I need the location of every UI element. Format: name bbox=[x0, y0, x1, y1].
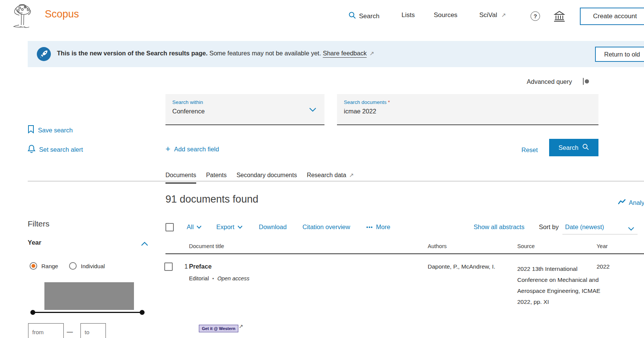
download-button[interactable]: Download bbox=[259, 223, 287, 231]
tab-research-data[interactable]: Research data ↗ bbox=[307, 172, 354, 184]
col-header-year: Year bbox=[597, 243, 608, 249]
individual-radio-label: Individual bbox=[81, 263, 105, 269]
nav-sources[interactable]: Sources bbox=[434, 11, 457, 19]
get-it-button[interactable]: Get it @ Western bbox=[199, 325, 238, 332]
required-asterisk: * bbox=[388, 99, 390, 105]
more-dropdown[interactable]: ••• More bbox=[366, 223, 390, 231]
export-dropdown[interactable]: Export bbox=[216, 223, 242, 231]
table-header-divider bbox=[165, 253, 644, 254]
nav-scival-label: SciVal bbox=[479, 11, 497, 19]
nav-lists-label: Lists bbox=[402, 11, 415, 19]
col-header-title: Document title bbox=[189, 243, 224, 249]
sort-dropdown[interactable]: Date (newest) bbox=[565, 223, 604, 231]
toggle-knob-icon bbox=[585, 79, 589, 83]
year-slider-track[interactable] bbox=[33, 312, 142, 313]
year-slider-handle-left[interactable] bbox=[30, 310, 35, 315]
advanced-query-label: Advanced query bbox=[527, 78, 572, 85]
authors-cell[interactable]: Daponte, P., McAndrew, I. bbox=[428, 263, 495, 270]
document-title-link[interactable]: Preface bbox=[189, 263, 212, 270]
search-within-label: Search within bbox=[172, 99, 318, 105]
advanced-query-toggle[interactable] bbox=[583, 78, 584, 85]
elsevier-tree-logo[interactable] bbox=[11, 3, 35, 30]
chevron-down-icon[interactable] bbox=[628, 225, 634, 232]
analyze-results-label: Analy bbox=[629, 199, 644, 206]
search-within-value: Conference bbox=[172, 108, 318, 115]
show-all-abstracts-link[interactable]: Show all abstracts bbox=[474, 223, 524, 231]
col-header-authors: Authors bbox=[428, 243, 447, 249]
search-documents-value: icmae 2022 bbox=[344, 108, 592, 115]
return-to-old-button[interactable]: Return to old bbox=[595, 47, 644, 62]
institution-button[interactable] bbox=[553, 10, 565, 24]
share-feedback-link[interactable]: Share feedback bbox=[323, 50, 367, 57]
rocket-icon bbox=[37, 47, 51, 63]
row-checkbox[interactable] bbox=[164, 263, 173, 271]
search-documents-label: Search documents bbox=[344, 99, 387, 105]
nav-search[interactable]: Search bbox=[348, 11, 379, 21]
create-account-button[interactable]: Create account bbox=[580, 8, 644, 25]
search-submit-button[interactable]: Search bbox=[549, 139, 598, 156]
year-filter-label: Year bbox=[28, 239, 41, 247]
range-dash: — bbox=[67, 329, 73, 335]
search-within-dropdown[interactable]: Search within Conference bbox=[165, 94, 324, 125]
more-dropdown-label: More bbox=[376, 223, 390, 231]
reset-button[interactable]: Reset bbox=[521, 146, 538, 154]
scopus-wordmark[interactable]: Scopus bbox=[45, 8, 79, 20]
document-meta: Editorial • Open access bbox=[189, 275, 249, 281]
select-all-checkbox[interactable] bbox=[165, 223, 174, 231]
analyze-chart-icon bbox=[618, 199, 626, 206]
search-icon bbox=[582, 143, 589, 152]
year-range-radio[interactable]: Range bbox=[30, 262, 58, 270]
ellipsis-icon: ••• bbox=[366, 224, 373, 230]
banner-message-rest: Some features may not be available yet. bbox=[209, 50, 321, 57]
chevron-up-icon[interactable] bbox=[141, 241, 148, 247]
bell-icon bbox=[28, 145, 35, 154]
bullet-icon: • bbox=[210, 276, 216, 281]
tabs-divider bbox=[28, 181, 644, 181]
search-documents-input[interactable]: Search documents * icmae 2022 bbox=[337, 94, 598, 125]
save-search-label: Save search bbox=[38, 127, 73, 134]
bookmark-icon bbox=[28, 125, 34, 135]
header: Scopus Search Lists Sources SciVal ↗ ? C… bbox=[0, 0, 644, 41]
plus-icon: + bbox=[165, 145, 170, 153]
document-type: Editorial bbox=[189, 275, 209, 281]
tab-research-data-label: Research data bbox=[307, 172, 346, 178]
tab-patents[interactable]: Patents bbox=[206, 172, 227, 184]
external-link-icon: ↗ bbox=[501, 12, 506, 19]
filters-title: Filters bbox=[28, 219, 49, 228]
save-search-link[interactable]: Save search bbox=[28, 125, 73, 135]
analyze-results-link[interactable]: Analy bbox=[618, 199, 644, 206]
year-slider-handle-right[interactable] bbox=[140, 310, 145, 315]
citation-overview-button[interactable]: Citation overview bbox=[302, 223, 350, 231]
banner-message-bold: This is the new version of the Search re… bbox=[57, 50, 208, 57]
chevron-down-icon bbox=[309, 107, 316, 113]
tab-documents[interactable]: Documents bbox=[165, 172, 196, 184]
results-count: 91 documents found bbox=[165, 193, 258, 205]
external-link-icon: ↗ bbox=[239, 323, 243, 329]
nav-search-label: Search bbox=[359, 13, 379, 20]
add-search-field-button[interactable]: + Add search field bbox=[165, 145, 219, 153]
search-submit-label: Search bbox=[559, 144, 578, 151]
year-to-input[interactable] bbox=[80, 323, 106, 338]
question-mark-icon: ? bbox=[534, 13, 537, 19]
nav-lists[interactable]: Lists bbox=[402, 11, 415, 19]
year-histogram bbox=[44, 282, 134, 310]
banner-message: This is the new version of the Search re… bbox=[57, 50, 374, 57]
radio-unselected-icon bbox=[69, 262, 77, 270]
year-individual-radio[interactable]: Individual bbox=[69, 262, 105, 270]
set-search-alert-label: Set search alert bbox=[39, 146, 83, 153]
nav-sources-label: Sources bbox=[434, 11, 457, 19]
all-dropdown[interactable]: All bbox=[187, 223, 202, 231]
year-from-input[interactable] bbox=[28, 323, 64, 338]
external-link-icon: ↗ bbox=[370, 50, 375, 57]
set-search-alert-link[interactable]: Set search alert bbox=[28, 145, 83, 154]
col-header-source: Source bbox=[517, 243, 535, 249]
external-link-icon: ↗ bbox=[349, 172, 354, 178]
radio-selected-icon bbox=[30, 262, 37, 270]
source-cell[interactable]: 2022 13th International Conference on Me… bbox=[517, 263, 601, 307]
chevron-down-icon bbox=[238, 225, 242, 229]
help-button[interactable]: ? bbox=[531, 11, 540, 21]
tab-secondary-documents[interactable]: Secondary documents bbox=[236, 172, 297, 184]
sort-dropdown-underline bbox=[562, 234, 638, 234]
export-dropdown-label: Export bbox=[216, 223, 235, 231]
nav-scival[interactable]: SciVal ↗ bbox=[479, 11, 506, 19]
